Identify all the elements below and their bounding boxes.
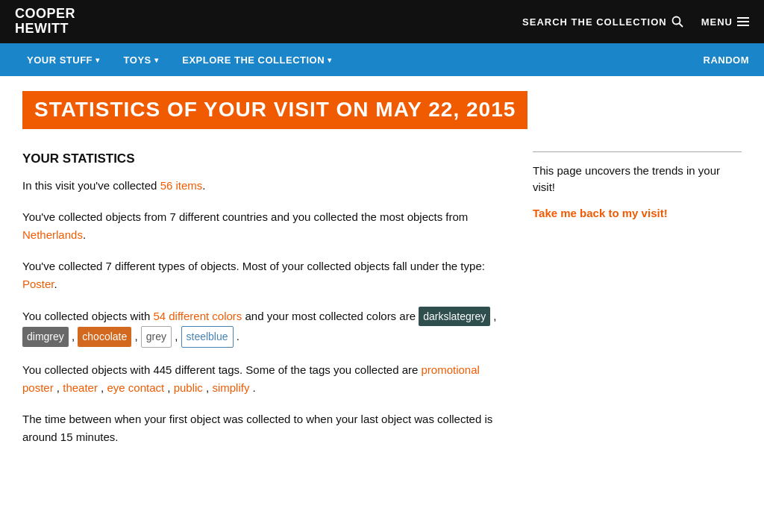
site-logo[interactable]: COOPER HEWITT — [15, 7, 75, 37]
chevron-down-icon: ▾ — [154, 56, 159, 64]
statistics-section: YOUR STATISTICS In this visit you've col… — [22, 151, 503, 460]
nav-label-toys: TOYS — [124, 54, 151, 66]
nav-item-your-stuff[interactable]: YOUR STUFF ▾ — [15, 43, 112, 76]
stat-colors-middle: and your most collected colors are — [242, 310, 419, 322]
stat-colors-after: . — [234, 330, 239, 342]
poster-link[interactable]: Poster — [22, 278, 54, 290]
items-link[interactable]: 56 items — [160, 179, 203, 192]
stat-tags-after: . — [249, 381, 255, 394]
stat-colors-paragraph: You collected objects with 54 different … — [22, 307, 503, 348]
nav-left: YOUR STUFF ▾ TOYS ▾ EXPLORE THE COLLECTI… — [15, 43, 344, 76]
page-title-block: STATISTICS OF YOUR VISIT ON MAY 22, 2015 — [22, 91, 527, 129]
stat-colors-before1: You collected objects with — [22, 310, 153, 322]
color-tag-darkslategrey: darkslategrey — [419, 307, 490, 326]
nav-item-toys[interactable]: TOYS ▾ — [112, 43, 171, 76]
comma4: , — [172, 330, 181, 342]
content-layout: YOUR STATISTICS In this visit you've col… — [22, 151, 742, 460]
tag-public[interactable]: public — [174, 381, 203, 394]
comma1: , — [490, 310, 496, 322]
search-icon — [671, 16, 683, 28]
stat-countries-paragraph: You've collected objects from 7 differen… — [22, 208, 503, 244]
page-title: STATISTICS OF YOUR VISIT ON MAY 22, 2015 — [34, 98, 516, 122]
netherlands-link[interactable]: Netherlands — [22, 228, 83, 241]
tag-sep1: , — [54, 381, 63, 394]
tag-sep4: , — [203, 381, 213, 394]
comma2: , — [69, 330, 78, 342]
search-label: SEARCH THE COLLECTION — [522, 16, 667, 28]
color-tag-steelblue: steelblue — [181, 326, 234, 347]
tag-theater[interactable]: theater — [63, 381, 98, 394]
color-tag-grey: grey — [141, 326, 172, 347]
nav-item-explore[interactable]: EXPLORE THE COLLECTION ▾ — [170, 43, 343, 76]
stat-types-after: . — [54, 278, 57, 290]
stat-types-before: You've collected 7 different types of ob… — [22, 260, 485, 272]
stat-tags-before: You collected objects with 445 different… — [22, 363, 422, 376]
nav-label-your-stuff: YOUR STUFF — [27, 54, 93, 66]
color-tag-dimgrey: dimgrey — [22, 327, 69, 346]
stat-countries-after: . — [83, 228, 86, 241]
main-navbar: YOUR STUFF ▾ TOYS ▾ EXPLORE THE COLLECTI… — [0, 43, 764, 76]
nav-label-explore: EXPLORE THE COLLECTION — [182, 54, 325, 66]
color-tag-chocolate: chocolate — [78, 327, 131, 346]
stat-tags-paragraph: You collected objects with 445 different… — [22, 361, 503, 397]
svg-line-1 — [679, 24, 683, 28]
section-title: YOUR STATISTICS — [22, 151, 503, 166]
site-header: COOPER HEWITT SEARCH THE COLLECTION MENU — [0, 0, 764, 43]
chevron-down-icon: ▾ — [328, 56, 332, 64]
stat-countries-before: You've collected objects from 7 differen… — [22, 210, 468, 223]
header-right: SEARCH THE COLLECTION MENU — [522, 16, 749, 28]
comma3: , — [131, 330, 141, 342]
tag-simplify[interactable]: simplify — [212, 381, 249, 394]
menu-label: MENU — [701, 16, 733, 28]
tag-eye-contact[interactable]: eye contact — [107, 381, 164, 394]
stat-items-after: . — [202, 179, 205, 192]
hamburger-icon — [737, 17, 749, 26]
back-to-visit-link[interactable]: Take me back to my visit! — [533, 207, 668, 219]
chevron-down-icon: ▾ — [96, 56, 100, 64]
menu-button[interactable]: MENU — [701, 16, 749, 28]
tag-sep2: , — [98, 381, 107, 394]
stat-items-before: In this visit you've collected — [22, 179, 160, 192]
search-collection-button[interactable]: SEARCH THE COLLECTION — [522, 16, 683, 28]
colors-count-link[interactable]: 54 different colors — [153, 310, 242, 322]
tag-sep3: , — [164, 381, 174, 394]
stat-types-paragraph: You've collected 7 different types of ob… — [22, 257, 503, 293]
stat-items-paragraph: In this visit you've collected 56 items. — [22, 177, 503, 195]
right-panel: This page uncovers the trends in your vi… — [533, 151, 742, 220]
main-content: STATISTICS OF YOUR VISIT ON MAY 22, 2015… — [0, 76, 764, 489]
right-panel-description: This page uncovers the trends in your vi… — [533, 163, 742, 196]
stat-time-paragraph: The time between when your first object … — [22, 410, 503, 446]
right-divider — [533, 151, 742, 152]
nav-item-random[interactable]: RANDOM — [704, 54, 750, 66]
svg-point-0 — [672, 17, 680, 25]
